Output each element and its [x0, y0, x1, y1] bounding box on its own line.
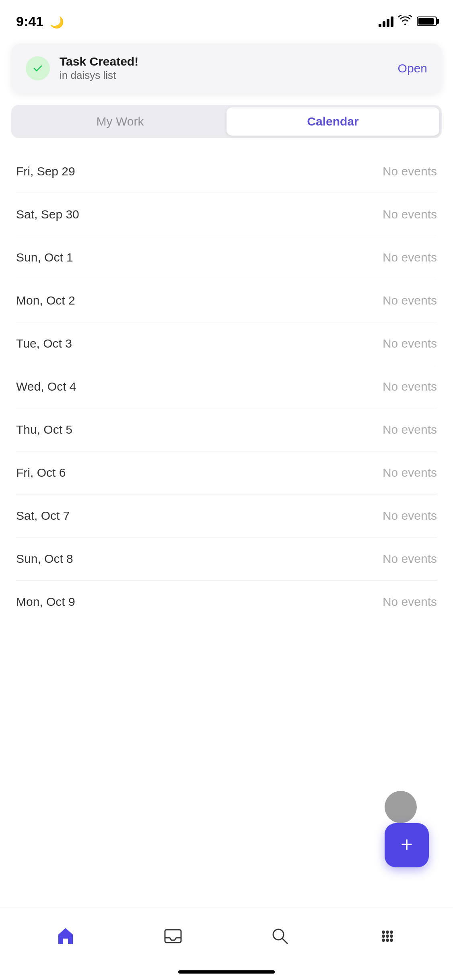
day-label: Mon, Oct 2 [16, 294, 75, 307]
svg-point-11 [390, 939, 393, 942]
svg-point-8 [390, 935, 393, 938]
day-label: Fri, Sep 29 [16, 165, 75, 178]
calendar-row: Sun, Oct 1 No events [16, 236, 437, 279]
tab-my-work[interactable]: My Work [14, 107, 226, 136]
calendar-row: Sat, Oct 7 No events [16, 494, 437, 537]
svg-point-10 [386, 939, 389, 942]
calendar-row: Fri, Oct 6 No events [16, 451, 437, 494]
status-icons [379, 14, 437, 28]
calendar-row: Mon, Oct 9 No events [16, 581, 437, 623]
calendar-row: Tue, Oct 3 No events [16, 322, 437, 365]
bottom-navigation [0, 908, 453, 980]
inbox-icon [162, 925, 184, 947]
toast-left: Task Created! in daisys list [26, 55, 138, 82]
svg-point-9 [382, 939, 385, 942]
day-label: Mon, Oct 9 [16, 595, 75, 609]
calendar-list: Fri, Sep 29 No events Sat, Sep 30 No eve… [0, 150, 453, 623]
moon-icon: 🌙 [50, 16, 64, 29]
day-label: Fri, Oct 6 [16, 466, 66, 480]
svg-point-3 [382, 931, 385, 934]
home-icon [54, 925, 77, 947]
search-icon [269, 925, 291, 947]
svg-point-7 [386, 935, 389, 938]
calendar-row: Mon, Oct 2 No events [16, 279, 437, 322]
battery-icon [417, 16, 437, 26]
scroll-indicator [385, 791, 417, 823]
no-events-label: No events [383, 509, 437, 523]
day-label: Tue, Oct 3 [16, 337, 72, 350]
toast-open-button[interactable]: Open [398, 62, 427, 75]
nav-search[interactable] [269, 925, 291, 947]
check-circle-icon [26, 56, 50, 80]
day-label: Thu, Oct 5 [16, 423, 72, 436]
svg-point-5 [390, 931, 393, 934]
no-events-label: No events [383, 552, 437, 566]
toast-text: Task Created! in daisys list [60, 55, 138, 82]
calendar-row: Fri, Sep 29 No events [16, 150, 437, 193]
day-label: Wed, Oct 4 [16, 380, 76, 393]
wifi-icon [398, 14, 412, 28]
calendar-row: Wed, Oct 4 No events [16, 365, 437, 408]
day-label: Sat, Oct 7 [16, 509, 70, 523]
toast-subtitle: in daisys list [60, 69, 138, 82]
no-events-label: No events [383, 208, 437, 221]
svg-point-4 [386, 931, 389, 934]
nav-home[interactable] [54, 925, 77, 947]
no-events-label: No events [383, 294, 437, 307]
nav-inbox[interactable] [162, 925, 184, 947]
no-events-label: No events [383, 380, 437, 393]
nav-more[interactable] [376, 925, 399, 947]
add-task-button[interactable]: + [385, 823, 429, 867]
no-events-label: No events [383, 595, 437, 609]
status-time: 9:41 🌙 [16, 14, 64, 29]
day-label: Sun, Oct 1 [16, 251, 73, 264]
tab-switcher: My Work Calendar [11, 105, 442, 138]
svg-line-2 [282, 939, 287, 943]
no-events-label: No events [383, 423, 437, 436]
status-bar: 9:41 🌙 [0, 0, 453, 35]
home-indicator [178, 970, 275, 974]
tab-calendar[interactable]: Calendar [226, 107, 439, 136]
no-events-label: No events [383, 466, 437, 480]
grid-icon [376, 925, 399, 947]
toast-notification: Task Created! in daisys list Open [11, 43, 442, 93]
day-label: Sat, Sep 30 [16, 208, 79, 221]
calendar-row: Thu, Oct 5 No events [16, 408, 437, 451]
calendar-row: Sun, Oct 8 No events [16, 537, 437, 581]
day-label: Sun, Oct 8 [16, 552, 73, 566]
no-events-label: No events [383, 165, 437, 178]
toast-title: Task Created! [60, 55, 138, 68]
no-events-label: No events [383, 251, 437, 264]
svg-point-6 [382, 935, 385, 938]
signal-icon [379, 16, 393, 27]
no-events-label: No events [383, 337, 437, 350]
calendar-row: Sat, Sep 30 No events [16, 193, 437, 236]
